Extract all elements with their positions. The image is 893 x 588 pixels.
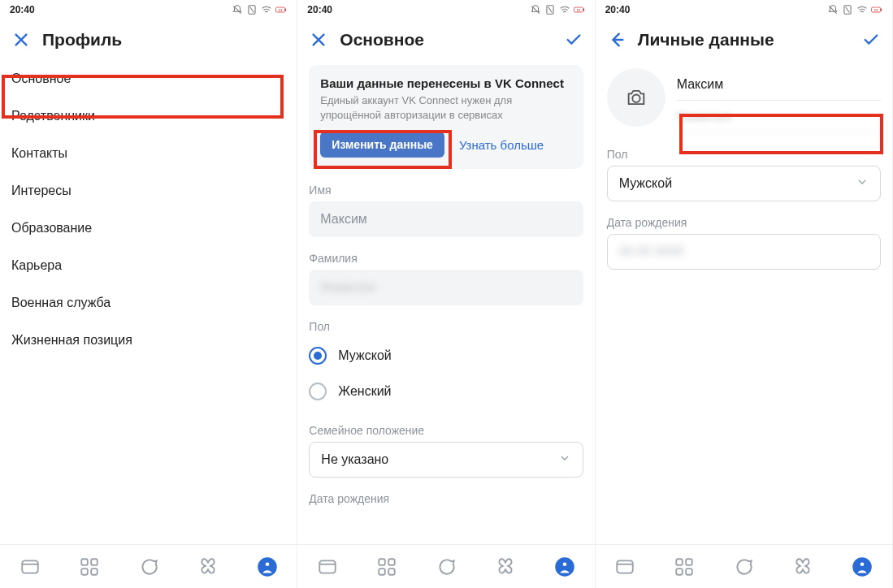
change-data-button[interactable]: Изменить данные bbox=[320, 132, 444, 158]
gender-male-radio[interactable]: Мужской bbox=[309, 338, 583, 374]
svg-point-33 bbox=[860, 561, 865, 567]
menu-item-main[interactable]: Основное bbox=[11, 60, 285, 97]
dob-select[interactable]: 00.00.0000 bbox=[607, 234, 881, 270]
surname-label: Фамилия bbox=[309, 252, 583, 265]
card-subtitle: Единый аккаунт VK Connect нужен для упро… bbox=[320, 93, 571, 122]
lastname-input[interactable]: Фамилия bbox=[677, 101, 881, 133]
menu-item-military[interactable]: Военная служба bbox=[11, 284, 285, 322]
status-icons: 11 bbox=[827, 4, 882, 15]
dnd-icon bbox=[827, 4, 839, 15]
nav-services-icon[interactable] bbox=[372, 552, 401, 582]
bottomnav bbox=[297, 544, 594, 588]
svg-point-26 bbox=[632, 95, 639, 102]
svg-rect-31 bbox=[686, 569, 692, 575]
nav-clips-icon[interactable] bbox=[193, 552, 223, 582]
status-icons: 11 bbox=[530, 4, 585, 15]
marital-select[interactable]: Не указано bbox=[309, 442, 583, 478]
name-input[interactable]: Максим bbox=[309, 201, 583, 237]
status-icons: 11 bbox=[232, 4, 287, 15]
menu-item-life[interactable]: Жизненная позиция bbox=[11, 322, 285, 359]
nav-messages-icon[interactable] bbox=[431, 552, 461, 582]
page-title: Основное bbox=[340, 30, 552, 50]
battery-icon: 11 bbox=[871, 4, 882, 15]
topbar: Личные данные bbox=[596, 19, 892, 60]
back-icon[interactable] bbox=[607, 30, 626, 50]
status-time: 20:40 bbox=[605, 4, 631, 15]
svg-rect-6 bbox=[91, 559, 98, 565]
svg-rect-17 bbox=[388, 559, 395, 565]
svg-rect-24 bbox=[881, 9, 882, 11]
menu-item-interests[interactable]: Интересы bbox=[11, 172, 285, 210]
nav-profile-icon[interactable] bbox=[847, 552, 877, 582]
page-title: Личные данные bbox=[638, 30, 850, 50]
card-title: Ваши данные перенесены в VK Connect bbox=[320, 76, 571, 90]
sim-icon bbox=[544, 4, 556, 15]
dnd-icon bbox=[530, 4, 541, 15]
avatar-camera-button[interactable] bbox=[607, 68, 665, 127]
nav-clips-icon[interactable] bbox=[788, 552, 817, 582]
dnd-icon bbox=[232, 4, 243, 15]
svg-point-21 bbox=[562, 561, 568, 567]
nav-feed-icon[interactable] bbox=[610, 552, 639, 582]
nav-feed-icon[interactable] bbox=[15, 552, 45, 582]
nav-feed-icon[interactable] bbox=[313, 552, 342, 582]
nav-services-icon[interactable] bbox=[670, 552, 699, 582]
sim-icon bbox=[246, 4, 258, 15]
svg-rect-13 bbox=[583, 9, 584, 11]
name-label: Имя bbox=[309, 184, 583, 197]
gender-label: Пол bbox=[607, 148, 881, 161]
svg-rect-30 bbox=[677, 569, 683, 575]
radio-checked-icon bbox=[309, 347, 327, 365]
svg-rect-29 bbox=[686, 559, 692, 565]
svg-point-10 bbox=[265, 561, 271, 567]
svg-text:11: 11 bbox=[279, 8, 283, 12]
menu-item-education[interactable]: Образование bbox=[11, 210, 285, 247]
svg-rect-7 bbox=[81, 569, 88, 575]
close-icon[interactable] bbox=[11, 30, 31, 50]
nav-messages-icon[interactable] bbox=[134, 552, 163, 582]
svg-rect-2 bbox=[285, 9, 286, 11]
close-icon[interactable] bbox=[309, 30, 328, 50]
nav-profile-icon[interactable] bbox=[253, 552, 282, 582]
statusbar: 20:40 11 bbox=[596, 0, 892, 19]
radio-unchecked-icon bbox=[309, 383, 327, 400]
svg-text:11: 11 bbox=[874, 8, 878, 12]
menu-item-relatives[interactable]: Родственники bbox=[11, 97, 285, 135]
page-title: Профиль bbox=[42, 30, 285, 50]
confirm-icon[interactable] bbox=[564, 30, 583, 50]
personal-form: Максим Фамилия Пол Мужской Дата рождения… bbox=[596, 60, 892, 544]
battery-icon: 11 bbox=[574, 4, 585, 15]
surname-input[interactable]: Фамилия bbox=[309, 270, 583, 305]
gender-female-radio[interactable]: Женский bbox=[309, 374, 583, 409]
status-time: 20:40 bbox=[10, 4, 35, 15]
topbar: Основное bbox=[297, 19, 594, 60]
nav-clips-icon[interactable] bbox=[491, 552, 520, 582]
gender-select[interactable]: Мужской bbox=[607, 166, 881, 201]
screen-personal-data: 20:40 11 Личные данные Максим Фамилия По… bbox=[596, 0, 893, 588]
svg-rect-4 bbox=[22, 560, 38, 573]
svg-rect-15 bbox=[319, 560, 336, 573]
nav-messages-icon[interactable] bbox=[729, 552, 758, 582]
sim-icon bbox=[842, 4, 853, 15]
form-content: Ваши данные перенесены в VK Connect Един… bbox=[297, 60, 594, 544]
learn-more-link[interactable]: Узнать больше bbox=[459, 138, 544, 152]
firstname-input[interactable]: Максим bbox=[677, 68, 881, 101]
nav-profile-icon[interactable] bbox=[550, 552, 579, 582]
statusbar: 20:40 11 bbox=[297, 0, 594, 19]
bottomnav bbox=[596, 544, 892, 588]
svg-rect-19 bbox=[388, 569, 395, 575]
statusbar: 20:40 11 bbox=[0, 0, 297, 19]
menu-item-contacts[interactable]: Контакты bbox=[11, 135, 285, 172]
topbar: Профиль bbox=[0, 19, 297, 60]
wifi-icon bbox=[559, 4, 570, 15]
svg-rect-28 bbox=[677, 559, 683, 565]
svg-rect-27 bbox=[617, 560, 633, 573]
svg-rect-8 bbox=[91, 569, 98, 575]
battery-icon: 11 bbox=[275, 4, 287, 15]
dob-label: Дата рождения bbox=[607, 216, 881, 229]
nav-services-icon[interactable] bbox=[75, 552, 104, 582]
profile-menu: Основное Родственники Контакты Интересы … bbox=[0, 60, 297, 544]
menu-item-career[interactable]: Карьера bbox=[11, 247, 285, 284]
confirm-icon[interactable] bbox=[861, 30, 881, 50]
screen-main-edit: 20:40 11 Основное Ваши данные перенесены… bbox=[297, 0, 595, 588]
